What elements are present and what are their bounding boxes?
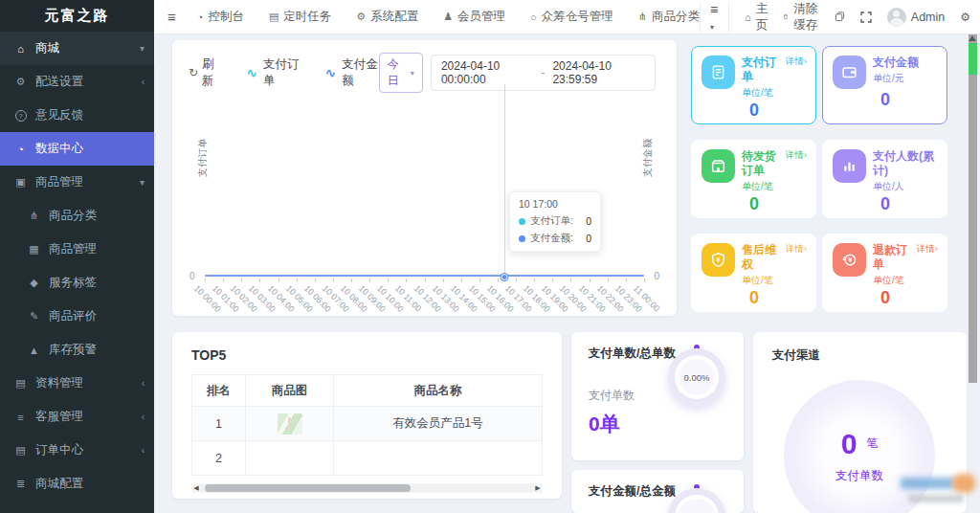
chevron-down-icon: ▾ bbox=[140, 177, 145, 188]
top5-row: 2 bbox=[192, 441, 543, 476]
stat-card-unit: 单位/笔 bbox=[873, 274, 938, 287]
chevron-left-icon: ‹ bbox=[142, 412, 145, 422]
date-start: 2024-04-10 00:00:00 bbox=[441, 59, 534, 86]
top5-name-cell bbox=[334, 441, 543, 476]
sidebar-item-goods-review[interactable]: ✎商品评价 bbox=[0, 300, 154, 333]
stat-card-title: 售后维权 bbox=[742, 243, 783, 272]
sidebar-item-label: 商品管理 bbox=[35, 174, 83, 190]
stat-card-detail-link[interactable]: 详情› bbox=[783, 56, 807, 68]
sidebar-item-shop[interactable]: ⌂商城▾ bbox=[0, 32, 154, 65]
nav-item-crowdfund-manage[interactable]: ○众筹仓号管理 bbox=[530, 9, 613, 25]
sidebar-item-label: 商品评价 bbox=[49, 308, 97, 324]
clear-cache-button[interactable]: 清除缓存 bbox=[783, 1, 819, 33]
shield-yuan-icon: ¥ bbox=[702, 243, 735, 277]
chevron-left-icon: ‹ bbox=[142, 445, 145, 456]
tooltip-time: 10 17:00 bbox=[519, 198, 591, 210]
sidebar-item-order-center[interactable]: ▤订单中心‹ bbox=[0, 434, 154, 467]
nav-item-console[interactable]: ◔控制台 bbox=[197, 9, 244, 25]
sidebar-item-label: 商城配置 bbox=[35, 476, 83, 492]
package-icon bbox=[702, 149, 735, 183]
channel-label: 支付单数 bbox=[835, 468, 883, 484]
sidebar-item-delivery-settings[interactable]: ⚙配送设置‹ bbox=[0, 65, 154, 99]
stat-card-detail-link[interactable]: 详情› bbox=[783, 243, 807, 256]
stat-card-detail-link[interactable]: 详情› bbox=[783, 149, 807, 162]
nav-item-label: 众筹仓号管理 bbox=[542, 9, 613, 25]
nav-item-member-manage[interactable]: ♟会员管理 bbox=[443, 9, 505, 25]
sidebar-item-label: 数据中心 bbox=[35, 141, 83, 157]
date-separator: - bbox=[541, 66, 545, 79]
sidebar-item-material-manage[interactable]: ▤资料管理‹ bbox=[0, 367, 154, 400]
wave-icon: ∿ bbox=[246, 65, 257, 80]
copy-page-button[interactable] bbox=[835, 11, 845, 22]
stat-card-unit: 单位/人 bbox=[873, 180, 938, 193]
page-scrollbar-thumb[interactable] bbox=[969, 43, 977, 75]
sidebar-item-feedback[interactable]: ?意见反馈 bbox=[0, 99, 154, 132]
tooltip-rows: 支付订单:0支付金额:0 bbox=[519, 214, 591, 245]
question-icon: ? bbox=[12, 109, 29, 123]
stat-card-detail-link[interactable]: 详情› bbox=[914, 243, 938, 256]
stat-card-unit: 单位/笔 bbox=[742, 180, 807, 193]
pay-count-gauge-card: 支付单数/总单数 0.00% 支付单数 0单 bbox=[571, 332, 744, 460]
nav-item-goods-category[interactable]: ⋔商品分类 bbox=[638, 9, 700, 25]
x-axis-tick bbox=[644, 279, 645, 282]
wave-icon: ∿ bbox=[325, 65, 337, 80]
sidebar-item-data-center[interactable]: ◔数据中心 bbox=[0, 132, 154, 166]
box-icon: ▣ bbox=[12, 176, 29, 189]
axis-pointer-line bbox=[504, 84, 505, 277]
scrollbar-track[interactable] bbox=[201, 484, 533, 492]
sidebar-item-label: 服务标签 bbox=[49, 275, 97, 291]
chevron-right-icon: › bbox=[804, 243, 807, 254]
top5-image-cell bbox=[246, 441, 334, 476]
scrollbar-thumb[interactable] bbox=[205, 484, 411, 492]
top5-col-header: 排名 bbox=[192, 375, 246, 407]
gauge-value: 0单 bbox=[589, 411, 620, 437]
stat-card-value: 0 bbox=[833, 288, 938, 308]
home-link[interactable]: ⌂主页 bbox=[745, 1, 768, 33]
scroll-up-arrow-icon[interactable] bbox=[969, 35, 976, 41]
stat-card-refund-orders: ¥退款订单详情›单位/笔0 bbox=[822, 234, 947, 312]
scroll-right-arrow-icon[interactable]: ▶ bbox=[533, 484, 543, 492]
home-icon: ⌂ bbox=[745, 11, 751, 23]
list-icon: ≡ bbox=[12, 412, 29, 423]
sidebar-item-customer-service[interactable]: ≡客服管理‹ bbox=[0, 400, 154, 434]
sidebar-toggle-icon[interactable]: ≡ bbox=[154, 9, 189, 25]
dashboard-icon: ◔ bbox=[197, 11, 204, 23]
chevron-down-icon: ▾ bbox=[411, 69, 414, 78]
stat-card-value: 0 bbox=[702, 100, 807, 121]
top5-rank-cell: 1 bbox=[192, 407, 246, 441]
y-axis-tick-left: 0 bbox=[189, 271, 195, 281]
stat-card-unit: 单位/笔 bbox=[742, 86, 807, 100]
sidebar-item-goods-manage-sub[interactable]: ▦商品管理 bbox=[0, 233, 154, 266]
tooltip-series-label: 支付金额: bbox=[530, 232, 573, 245]
fullscreen-button[interactable] bbox=[860, 11, 872, 23]
nav-item-system-config[interactable]: ⚙系统配置 bbox=[356, 9, 418, 25]
trend-chart-card: ↻ 刷新 ∿支付订单∿支付金额 今日▾ 2024-04-10 00:00:00 … bbox=[172, 40, 677, 316]
app-logo: 元富之路 bbox=[0, 0, 154, 32]
user-menu[interactable]: Admin bbox=[887, 8, 945, 27]
circle-icon: ○ bbox=[530, 11, 537, 23]
horizontal-scrollbar[interactable]: ◀ ▶ bbox=[191, 483, 543, 493]
stat-card-to-ship: 待发货订单详情›单位/笔0 bbox=[691, 140, 816, 218]
gears-icon: ⚙ bbox=[12, 76, 29, 88]
sidebar-item-goods-manage[interactable]: ▣商品管理▾ bbox=[0, 166, 154, 199]
settings-button[interactable]: ⚙ bbox=[960, 11, 970, 24]
x-axis-labels: 10 00:0010 01:0010 02:0010 03:0010 04:00… bbox=[205, 281, 644, 312]
copy-icon bbox=[835, 11, 845, 22]
series-line bbox=[205, 275, 644, 277]
tooltip-series-value: 0 bbox=[586, 215, 591, 227]
scroll-left-arrow-icon[interactable]: ◀ bbox=[191, 484, 201, 492]
stat-card-title: 退款订单 bbox=[873, 243, 914, 272]
nav-menu-dropdown[interactable]: ≡ ▾ bbox=[700, 2, 729, 33]
sidebar-item-shop-config[interactable]: ≣商城配置 bbox=[0, 467, 154, 501]
y-axis-tick-right: 0 bbox=[654, 271, 659, 281]
nav-item-cron-tasks[interactable]: ▤定时任务 bbox=[269, 9, 331, 25]
avatar bbox=[887, 8, 906, 27]
page-scrollbar-track[interactable] bbox=[969, 34, 977, 383]
svg-text:¥: ¥ bbox=[716, 256, 721, 264]
sidebar-item-stock-warning[interactable]: ▲库存预警 bbox=[0, 333, 154, 367]
gauge-ring bbox=[665, 485, 728, 513]
sidebar-item-service-tags[interactable]: ◆服务标签 bbox=[0, 266, 154, 300]
sidebar-item-goods-category[interactable]: ⋔商品分类 bbox=[0, 199, 154, 233]
top5-card: TOP5 排名商品图商品名称 1有效会员产品1号2 ◀ ▶ bbox=[172, 332, 562, 499]
file-icon: ▤ bbox=[12, 444, 29, 457]
